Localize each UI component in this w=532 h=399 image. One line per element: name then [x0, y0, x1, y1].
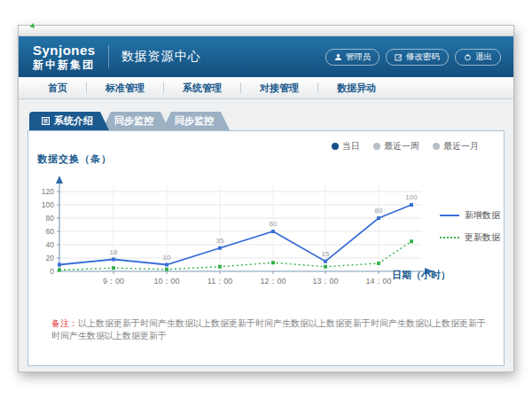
app-window: Synjones 新中新集团 数据资源中心 管理员 修改密码 退出 — [18, 25, 514, 372]
user-button-label: 管理员 — [346, 51, 372, 63]
x-axis-title: 日期（小时） — [392, 269, 450, 282]
chart-panel: 当日 最近一周 最近一月 数据交换（条） 0204060801001209：00… — [27, 130, 505, 366]
svg-text:13：00: 13：00 — [312, 277, 338, 286]
change-password-button[interactable]: 修改密码 — [386, 49, 449, 66]
svg-text:100: 100 — [405, 193, 418, 201]
svg-text:9：00: 9：00 — [103, 277, 124, 286]
legend-item-new-data: 新增数据 — [440, 209, 500, 222]
legend-item-updated-data: 更新数据 — [440, 231, 500, 244]
chart-legend: 新增数据 更新数据 — [440, 209, 500, 254]
power-icon — [464, 53, 472, 61]
page-title: 数据资源中心 — [121, 49, 201, 65]
document-icon — [42, 117, 50, 125]
content-area: 系统介绍 同步监控 同步监控 当日 最近一周 — [19, 99, 513, 372]
svg-text:0: 0 — [50, 267, 54, 276]
radio-last-week[interactable]: 最近一周 — [373, 140, 419, 153]
footnote-text: 以上数据更新于时间产生数据以上数据更新于时间产生数据以上数据更新于时间产生数据以… — [51, 318, 486, 340]
radio-label: 最近一月 — [443, 140, 479, 153]
svg-text:40: 40 — [46, 240, 55, 249]
window-titlebar — [19, 26, 513, 36]
nav-item-interface-mgmt[interactable]: 对接管理 — [240, 82, 317, 93]
radio-dot-icon — [373, 143, 380, 150]
tab-sync-monitor-2[interactable]: 同步监控 — [162, 112, 230, 130]
legend-label: 更新数据 — [465, 231, 500, 244]
tab-label: 系统介绍 — [54, 114, 93, 128]
svg-text:80: 80 — [375, 207, 383, 215]
tab-label: 同步监控 — [175, 114, 214, 128]
svg-text:60: 60 — [270, 220, 278, 228]
svg-text:14：00: 14：00 — [365, 277, 391, 286]
app-header: Synjones 新中新集团 数据资源中心 管理员 修改密码 退出 — [19, 36, 513, 77]
svg-text:11：00: 11：00 — [207, 277, 232, 286]
radio-label: 当日 — [342, 140, 360, 153]
main-nav: 首页 标准管理 系统管理 对接管理 数据异动 — [19, 77, 513, 99]
tab-label: 同步监控 — [114, 114, 153, 128]
svg-text:12：00: 12：00 — [260, 277, 286, 286]
green-dotted-sample-icon — [440, 237, 459, 239]
user-button[interactable]: 管理员 — [325, 49, 380, 66]
svg-text:15: 15 — [322, 250, 330, 258]
header-actions: 管理员 修改密码 退出 — [325, 49, 502, 66]
logo-subtext: 新中新集团 — [33, 59, 96, 70]
radio-dot-icon — [433, 143, 440, 150]
header-divider — [108, 45, 109, 68]
nav-item-home[interactable]: 首页 — [29, 82, 86, 93]
radio-label: 最近一周 — [384, 140, 419, 153]
edit-icon — [395, 53, 403, 61]
svg-text:80: 80 — [46, 214, 55, 223]
logout-button[interactable]: 退出 — [455, 49, 501, 66]
svg-text:18: 18 — [110, 248, 118, 256]
screen: Synjones 新中新集团 数据资源中心 管理员 修改密码 退出 — [0, 0, 532, 399]
svg-text:10：00: 10：00 — [153, 277, 179, 286]
tab-bar: 系统介绍 同步监控 同步监控 — [19, 99, 513, 130]
footnote: 备注：以上数据更新于时间产生数据以上数据更新于时间产生数据以上数据更新于时间产生… — [51, 317, 489, 342]
radio-last-month[interactable]: 最近一月 — [433, 140, 479, 153]
change-password-label: 修改密码 — [406, 51, 440, 63]
svg-text:60: 60 — [46, 227, 55, 236]
nav-item-data-change[interactable]: 数据异动 — [317, 82, 395, 93]
blue-line-sample-icon — [440, 215, 459, 216]
logo: Synjones 新中新集团 — [33, 43, 96, 70]
footnote-prefix: 备注： — [51, 318, 78, 328]
logout-label: 退出 — [475, 51, 492, 63]
svg-text:10: 10 — [163, 254, 171, 262]
svg-text:20: 20 — [46, 254, 55, 262]
legend-label: 新增数据 — [465, 209, 500, 222]
nav-item-standard-mgmt[interactable]: 标准管理 — [86, 82, 163, 93]
svg-text:35: 35 — [216, 237, 224, 245]
svg-text:120: 120 — [42, 187, 54, 196]
radio-today[interactable]: 当日 — [332, 140, 360, 153]
range-filter: 当日 最近一周 最近一月 — [332, 140, 479, 153]
svg-text:100: 100 — [42, 200, 54, 209]
nav-item-system-mgmt[interactable]: 系统管理 — [163, 82, 240, 93]
radio-dot-icon — [332, 143, 339, 150]
tab-sync-monitor-1[interactable]: 同步监控 — [102, 112, 169, 130]
tab-system-intro[interactable]: 系统介绍 — [29, 112, 109, 130]
user-icon — [334, 53, 342, 61]
line-chart: 0204060801001209：0010：0011：0012：0013：001… — [41, 161, 440, 290]
logo-text: Synjones — [33, 43, 96, 57]
